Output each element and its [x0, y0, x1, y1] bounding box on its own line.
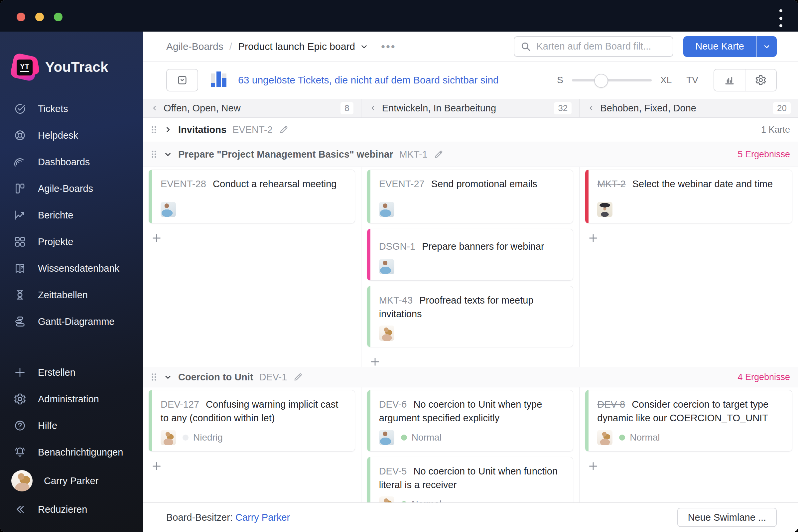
chevron-right-icon[interactable]: [164, 125, 172, 134]
add-card-button[interactable]: [586, 459, 601, 474]
lifebuoy-icon: [13, 129, 26, 142]
column-header-in-progress[interactable]: Entwickeln, In Bearbeitung 32: [361, 99, 580, 117]
sidebar-item-agile-boards[interactable]: Agile-Boards: [0, 175, 143, 202]
card-id: DEV-5: [379, 466, 407, 476]
swimlane-ticket-ref[interactable]: DEV-1: [259, 372, 287, 383]
tv-mode-button[interactable]: TV: [686, 75, 698, 86]
chevron-left-icon: [151, 104, 158, 112]
add-card-button[interactable]: [368, 355, 382, 367]
swimlane-header-coercion: Coercion to Unit DEV-1 4 Ergebnisse: [143, 367, 798, 387]
sidebar-item-tickets[interactable]: Tickets: [0, 95, 143, 122]
youtrack-logo-icon: YT: [12, 55, 37, 79]
slider-track[interactable]: [572, 79, 652, 81]
sidebar-item-projekte[interactable]: Projekte: [0, 228, 143, 255]
assignee-avatar: [379, 496, 394, 502]
sidebar-collapse-button[interactable]: Reduzieren: [0, 496, 143, 523]
column-header-done[interactable]: Behoben, Fixed, Done 20: [580, 99, 798, 117]
edit-pencil-icon[interactable]: [279, 125, 289, 135]
edit-pencil-icon[interactable]: [434, 149, 443, 159]
card-DEV-8[interactable]: DEV-8Consider coercion to target type dy…: [585, 390, 792, 451]
card-id: EVENT-28: [160, 178, 206, 189]
add-card-button[interactable]: [149, 231, 164, 245]
chart-columns-icon: [723, 74, 736, 86]
board-column-cell: DEV-6No coercion to Unit when type argum…: [361, 387, 580, 502]
browser-menu-icon[interactable]: [774, 9, 787, 27]
check-circle-icon: [13, 102, 26, 115]
chevron-down-icon[interactable]: [164, 150, 172, 158]
assignee-avatar: [379, 202, 394, 217]
user-avatar: [11, 470, 33, 491]
sidebar-item-helpdesk[interactable]: Helpdesk: [0, 122, 143, 149]
backlog-panel-button[interactable]: [166, 69, 198, 92]
app-name: YouTrack: [45, 59, 108, 75]
new-swimlane-button[interactable]: Neue Swimlane ...: [677, 508, 777, 527]
board-toolbar: 63 ungelöste Tickets, die nicht auf dem …: [143, 61, 798, 99]
hidden-tickets-chart-icon[interactable]: [208, 70, 229, 91]
card-DEV-6[interactable]: DEV-6No coercion to Unit when type argum…: [367, 390, 573, 451]
sidebar-item-erstellen[interactable]: Erstellen: [0, 359, 143, 386]
drag-handle-icon[interactable]: [150, 149, 158, 160]
swimlane-title[interactable]: Coercion to Unit: [178, 372, 253, 383]
assignee-avatar: [379, 325, 394, 341]
window-titlebar: [0, 0, 798, 32]
add-card-button[interactable]: [149, 459, 164, 474]
add-card-button[interactable]: [586, 231, 601, 245]
sidebar-item-berichte[interactable]: Berichte: [0, 202, 143, 228]
sidebar-item-administration[interactable]: Administration: [0, 386, 143, 412]
new-card-button[interactable]: Neue Karte: [683, 36, 756, 57]
card-DSGN-1[interactable]: DSGN-1Prepare banners for webinar: [367, 229, 573, 281]
board-owner-link[interactable]: Carry Parker: [235, 512, 290, 523]
swimlane-ticket-ref[interactable]: MKT-1: [399, 149, 427, 160]
sidebar-item-hilfe[interactable]: Hilfe: [0, 412, 143, 439]
assignee-avatar: [597, 430, 612, 445]
plus-icon: [369, 356, 381, 367]
assignee-avatar: [597, 202, 612, 217]
board-header: Agile-Boards / Product launch Epic board…: [143, 32, 798, 61]
gantt-bars-icon: [13, 315, 26, 328]
search-input[interactable]: [514, 36, 673, 57]
drag-handle-icon[interactable]: [150, 124, 158, 135]
sidebar-item-wissensdatenbank[interactable]: Wissensdatenbank: [0, 255, 143, 282]
swimlane-title[interactable]: Prepare "Project Management Basics" webi…: [178, 149, 393, 160]
slider-knob[interactable]: [594, 74, 608, 88]
board-settings-button[interactable]: [745, 70, 776, 91]
hidden-tickets-link[interactable]: 63 ungelöste Tickets, die nicht auf dem …: [238, 75, 499, 86]
assignee-avatar: [379, 430, 394, 445]
card-MKT-2[interactable]: MKT-2Select the webinar date and time: [585, 170, 792, 224]
card-DEV-5[interactable]: DEV-5No coercion to Unit when function l…: [367, 457, 573, 502]
swimlane-results-count: 4 Ergebnisse: [738, 372, 790, 382]
breadcrumb-agile-boards[interactable]: Agile-Boards: [166, 41, 224, 52]
sidebar-nav: Tickets Helpdesk Dashboards Agile-Boards…: [0, 95, 143, 335]
edit-pencil-icon[interactable]: [293, 372, 303, 382]
app-logo[interactable]: YT YouTrack: [0, 32, 143, 90]
sidebar-item-dashboards[interactable]: Dashboards: [0, 149, 143, 175]
card-id: DEV-6: [379, 399, 407, 410]
sidebar: YT YouTrack Tickets Helpdesk Dashboards: [0, 32, 143, 532]
sidebar-item-zeittabellen[interactable]: Zeittabellen: [0, 282, 143, 308]
card-EVENT-28[interactable]: EVENT-28Conduct a rehearsal meeting: [149, 170, 355, 224]
board-column-cell: EVENT-27Send promotional emails DSGN-1Pr…: [361, 167, 580, 367]
gauge-icon: [13, 155, 26, 169]
sidebar-item-benachrichtigungen[interactable]: Benachrichtigungen: [0, 439, 143, 466]
chevron-down-icon[interactable]: [164, 373, 172, 381]
drag-handle-icon[interactable]: [150, 372, 158, 383]
board-title-menu[interactable]: Product launch Epic board: [238, 41, 368, 52]
board-columns-icon: [13, 182, 26, 195]
sidebar-user-profile[interactable]: Carry Parker: [0, 466, 143, 496]
swimlane-ticket-ref[interactable]: EVENT-2: [232, 125, 273, 135]
swimlane-title[interactable]: Invitations: [178, 125, 226, 135]
card-EVENT-27[interactable]: EVENT-27Send promotional emails: [367, 170, 573, 224]
card-size-slider[interactable]: [572, 70, 652, 91]
question-circle-icon: [13, 419, 26, 432]
minimize-window-button[interactable]: [35, 13, 44, 21]
chart-view-button[interactable]: [714, 70, 745, 91]
zoom-window-button[interactable]: [54, 13, 62, 21]
column-header-open[interactable]: Offen, Open, New 8: [143, 99, 361, 117]
new-card-dropdown-button[interactable]: [756, 36, 777, 57]
card-DEV-127[interactable]: DEV-127Confusing warning implicit cast t…: [149, 390, 355, 451]
collapse-double-chevron-icon: [13, 503, 26, 516]
sidebar-item-gantt-diagramme[interactable]: Gantt-Diagramme: [0, 308, 143, 335]
card-MKT-43[interactable]: MKT-43Proofread texts for meetup invitat…: [367, 286, 573, 347]
close-window-button[interactable]: [17, 13, 25, 21]
column-count: 32: [554, 102, 572, 114]
